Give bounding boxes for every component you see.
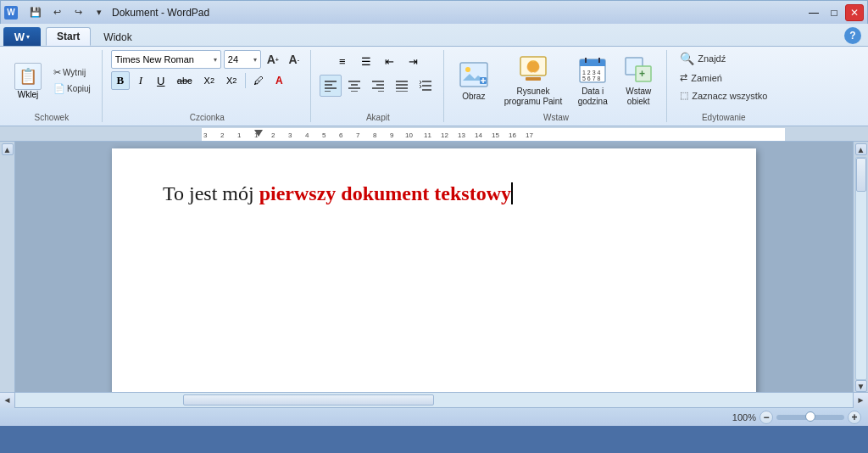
scroll-down-right-button[interactable]: ▼: [855, 380, 867, 392]
size-dropdown-icon: ▾: [253, 56, 257, 64]
svg-text:5: 5: [322, 131, 326, 139]
svg-text:4: 4: [305, 131, 309, 139]
scroll-right-button[interactable]: ►: [853, 393, 868, 408]
scroll-track[interactable]: [855, 157, 867, 380]
maximize-button[interactable]: □: [825, 4, 843, 21]
select-all-button[interactable]: ⬚ Zaznacz wszystko: [676, 88, 771, 103]
strikethrough-button[interactable]: abc: [172, 71, 198, 90]
font-name-row: Times New Roman ▾ 24 ▾ A+ A-: [111, 50, 303, 69]
undo-button[interactable]: ↩: [47, 4, 66, 21]
increase-indent-button[interactable]: ⇥: [403, 50, 425, 72]
paragraph-controls: ≡ ☰ ⇤ ⇥: [320, 50, 437, 111]
horizontal-scroll-track[interactable]: [15, 393, 853, 407]
right-scrollbar: ▲ ▼: [853, 142, 868, 392]
paste-label: Wklej: [18, 90, 38, 99]
title-bar: W 💾 ↩ ↪ ▾ Dokument - WordPad — □ ✕: [0, 0, 868, 24]
insert-paint-button[interactable]: Rysunekprogramu Paint: [498, 50, 568, 111]
svg-text:11: 11: [424, 131, 431, 139]
insert-image-button[interactable]: Obraz: [453, 55, 495, 106]
quick-access-toolbar: 💾 ↩ ↪ ▾: [26, 4, 108, 21]
edit-controls: 🔍 Znajdź ⇄ Zamień ⬚ Zaznacz wszystko: [676, 50, 771, 111]
font-family-selector[interactable]: Times New Roman ▾: [111, 50, 221, 69]
svg-text:3: 3: [203, 131, 208, 139]
align-right-button[interactable]: [367, 75, 389, 97]
font-controls: Times New Roman ▾ 24 ▾ A+ A- B I U abc X…: [111, 50, 303, 111]
group-paragraph: ≡ ☰ ⇤ ⇥: [316, 50, 444, 122]
insert-buttons: Obraz Rysunekprogramu Paint: [453, 50, 659, 111]
wordpad-menu-button[interactable]: W ▾: [3, 27, 41, 46]
vertical-scroll-up: ▲: [0, 142, 15, 392]
insert-datetime-button[interactable]: 1 2 3 4 5 6 7 8 Data igodzina: [571, 50, 614, 111]
italic-button[interactable]: I: [131, 71, 150, 90]
title-bar-left: W 💾 ↩ ↪ ▾ Dokument - WordPad: [4, 4, 209, 21]
text-plain: To jest mój: [163, 182, 259, 204]
svg-text:1 2 3 4: 1 2 3 4: [582, 70, 601, 76]
decrease-font-size-button[interactable]: A-: [285, 50, 303, 69]
svg-text:14: 14: [475, 131, 482, 139]
list-bullets-button[interactable]: ≡: [331, 50, 353, 72]
replace-icon: ⇄: [680, 72, 687, 83]
redo-button[interactable]: ↪: [69, 4, 87, 21]
font-size-selector[interactable]: 24 ▾: [224, 50, 261, 69]
insert-paint-label: Rysunekprogramu Paint: [504, 87, 562, 107]
insert-object-button[interactable]: + Wstawobiekt: [617, 50, 659, 111]
svg-text:9: 9: [390, 131, 394, 139]
main-area: ▲ To jest mój pierwszy dokument tekstowy…: [0, 142, 868, 392]
insert-datetime-label: Data igodzina: [578, 87, 608, 107]
minimize-button[interactable]: —: [804, 4, 823, 21]
zoom-slider[interactable]: [776, 415, 844, 420]
group-insert: Obraz Rysunekprogramu Paint: [449, 50, 667, 122]
status-bar: 100% − +: [0, 407, 868, 426]
tab-start[interactable]: Start: [46, 27, 91, 46]
text-highlight-button[interactable]: 🖊: [249, 71, 268, 90]
ribbon-content: 📋 Wklej ✂ Wytnij 📄 Kopiuj Schowek: [0, 46, 868, 126]
scissors-icon: ✂: [53, 67, 61, 78]
svg-rect-30: [580, 64, 605, 66]
help-button[interactable]: ?: [844, 27, 861, 44]
increase-font-size-button[interactable]: A+: [264, 50, 282, 69]
horizontal-scroll-thumb[interactable]: [183, 394, 434, 405]
svg-text:10: 10: [405, 131, 413, 139]
group-font: Times New Roman ▾ 24 ▾ A+ A- B I U abc X…: [108, 50, 311, 122]
find-button[interactable]: 🔍 Znajdź: [676, 50, 730, 67]
font-color-button[interactable]: A: [270, 71, 288, 90]
bold-button[interactable]: B: [111, 71, 130, 90]
ruler-marks: 3 2 1 1 2 3 4 5 6 7 8 9 10 11 12 13 14 1…: [202, 126, 785, 141]
zoom-out-button[interactable]: −: [760, 411, 773, 424]
svg-text:2: 2: [220, 131, 225, 139]
svg-text:13: 13: [458, 131, 465, 139]
scroll-up-right-button[interactable]: ▲: [855, 143, 867, 155]
list-indent-row: ≡ ☰ ⇤ ⇥: [331, 50, 425, 72]
cut-button[interactable]: ✂ Wytnij: [49, 65, 95, 80]
binoculars-icon: 🔍: [680, 52, 694, 65]
document-content[interactable]: To jest mój pierwszy dokument tekstowy: [163, 182, 705, 205]
customize-quick-access-button[interactable]: ▾: [90, 4, 108, 21]
decrease-indent-button[interactable]: ⇤: [379, 50, 401, 72]
underline-button[interactable]: U: [152, 71, 170, 90]
scroll-left-button[interactable]: ◄: [0, 393, 15, 408]
zoom-slider-thumb[interactable]: [805, 411, 815, 422]
text-red: pierwszy dokument tekstowy: [259, 182, 511, 204]
paint-icon: [518, 54, 548, 85]
close-button[interactable]: ✕: [845, 4, 864, 21]
subscript-button[interactable]: X2: [199, 71, 220, 90]
horizontal-scrollbar: ◄ ►: [0, 392, 868, 407]
svg-text:16: 16: [509, 131, 516, 139]
align-center-button[interactable]: [343, 75, 365, 97]
list-numbers-button[interactable]: ☰: [355, 50, 377, 72]
line-spacing-button[interactable]: [415, 75, 437, 97]
copy-button[interactable]: 📄 Kopiuj: [49, 81, 95, 96]
alignment-row: [320, 75, 437, 97]
superscript-button[interactable]: X2: [221, 71, 242, 90]
paste-button[interactable]: 📋 Wklej: [8, 59, 47, 103]
replace-button[interactable]: ⇄ Zamień: [676, 70, 726, 85]
align-left-button[interactable]: [320, 75, 342, 97]
tab-widok[interactable]: Widok: [92, 27, 142, 46]
save-button[interactable]: 💾: [26, 4, 45, 21]
scroll-thumb[interactable]: [856, 158, 866, 192]
svg-text:15: 15: [492, 131, 499, 139]
zoom-in-button[interactable]: +: [848, 411, 861, 424]
scroll-up-button[interactable]: ▲: [2, 143, 14, 155]
group-edit: 🔍 Znajdź ⇄ Zamień ⬚ Zaznacz wszystko Edy…: [672, 50, 778, 122]
align-justify-button[interactable]: [391, 75, 413, 97]
